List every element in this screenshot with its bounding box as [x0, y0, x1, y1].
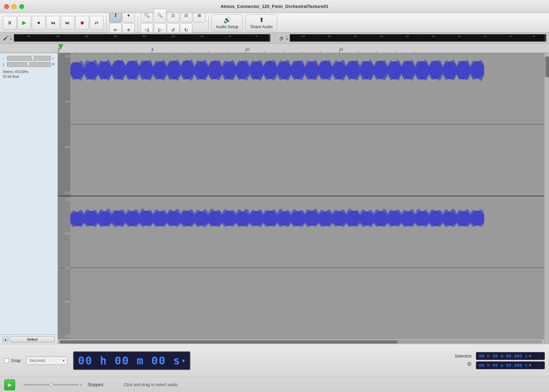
sep2 [138, 16, 138, 30]
selection-time-1: 00 h 00 m 00.000 s ▼ [476, 352, 545, 360]
meters-bar: 🎤 LR -54-48-42-36-24-18-12-60 🔊 LR -54-4… [0, 32, 549, 43]
ch2-label-bot: -0.5 [59, 300, 70, 303]
speaker-meter-icon: 🔊 [279, 35, 285, 41]
status-hint: Click and drag to select audio [123, 382, 178, 387]
stop-button[interactable]: ■ [32, 16, 46, 30]
horizontal-scrollbar[interactable] [58, 339, 544, 344]
waveform-scroll[interactable]: 0.5 0.0 -0.5 -1.0 [58, 53, 544, 339]
main-toolbar: ⏸ ▶ ■ ⏮ ⏭ ⏺ ⇄ I ✦ ✏ ✳ 🔍 🔍- [0, 13, 549, 32]
ch1-label-top: 0.5 [59, 54, 70, 58]
mic-icon: 🎤 [3, 35, 9, 41]
sel-time-1-arrow[interactable]: ▼ [529, 354, 531, 358]
track-format: Stereo, 44100Hz [3, 70, 55, 74]
ch1-label-btm: -1.0 [59, 191, 70, 194]
play-small-icon: ▶ [8, 382, 12, 388]
snap-area: Snap [4, 358, 21, 363]
main-area: - + L R Stereo, 44100Hz 32-bit float [0, 53, 549, 344]
minimize-button[interactable] [12, 4, 17, 9]
share-audio-button[interactable]: ⬆ Share Audio [246, 14, 277, 31]
collapse-button[interactable]: ▲ [3, 337, 8, 342]
input-meter: 🎤 LR -54-48-42-36-24-18-12-60 [3, 34, 270, 42]
vertical-scrollbar[interactable] [544, 53, 549, 344]
selection-area: Selection ⚙ 00 h 00 m 00.000 s ▼ 00 h 00… [455, 352, 545, 369]
meter-sep [274, 34, 275, 42]
record-button[interactable]: ⏺ [75, 16, 89, 30]
track-panel: - + L R Stereo, 44100Hz 32-bit float [0, 53, 58, 344]
sep3 [208, 16, 209, 30]
sel-time-2-arrow[interactable]: ▼ [529, 363, 531, 367]
audio-setup-label: Audio Setup [216, 24, 238, 29]
ch1-label-mid: 0.0 [59, 100, 70, 103]
waveform-area: 0.5 0.0 -0.5 -1.0 [58, 53, 544, 344]
pan-slider[interactable] [7, 62, 51, 67]
channel-1: 0.5 0.0 -0.5 -1.0 [58, 53, 544, 196]
channel2-waveform [58, 196, 544, 339]
status-bar: Snap Seconds ▾ 00 h 00 m 00 s ▼ Selectio… [0, 344, 549, 392]
selection-gear-icon[interactable]: ⚙ [467, 361, 472, 367]
pan-row: L R [3, 62, 55, 67]
audio-actions: 🔊 Audio Setup ⬆ Share Audio [211, 14, 277, 31]
ch2-label-mid1: 0.5 [59, 232, 70, 235]
skip-back-button[interactable]: ⏮ [46, 16, 60, 30]
volume-slider[interactable] [7, 56, 51, 61]
window-controls [4, 4, 24, 9]
window-title: Atmos_Connector_120_Fmin_OrchestralTextu… [221, 4, 329, 9]
skip-forward-button[interactable]: ⏭ [61, 16, 74, 30]
speaker-icon: 🔊 [223, 16, 231, 24]
selection-label: Selection [455, 354, 472, 359]
speed-track[interactable] [23, 384, 79, 385]
speed-plus: + [80, 383, 82, 387]
sel-time-2-val: 00 h 00 m 00.000 s [479, 363, 528, 368]
status-text: Stopped. [88, 382, 104, 387]
ch2-label-mid: 0.0 [59, 266, 70, 269]
loop-button[interactable]: ⇄ [90, 16, 103, 30]
share-icon: ⬆ [259, 16, 264, 24]
volume-row: - + [3, 56, 55, 61]
zoom-out-button[interactable]: 🔍- [154, 9, 166, 22]
sep1 [106, 16, 107, 30]
output-meter: 🔊 LR -54-48-42-36-30-24-18-12-60 [279, 34, 547, 42]
select-track-button[interactable]: Select [10, 336, 55, 342]
ch1-label-bot: -0.5 [59, 145, 70, 149]
share-audio-label: Share Audio [250, 24, 272, 29]
track-controls: - + L R Stereo, 44100Hz 32-bit float [0, 53, 58, 334]
channel-2: 1.0 0.5 0.0 -0.5 -1.0 [58, 196, 544, 339]
play-button[interactable]: ▶ [17, 16, 31, 30]
close-button[interactable] [4, 4, 9, 9]
ruler-tick-10: 10 [246, 48, 249, 51]
h-scrollbar-thumb[interactable] [59, 340, 398, 343]
time-display: 00 h 00 m 00 s ▼ [73, 351, 190, 370]
pause-button[interactable]: ⏸ [3, 16, 17, 30]
maximize-button[interactable] [19, 4, 24, 9]
channel1-waveform [58, 53, 544, 196]
v-scrollbar-thumb[interactable] [545, 56, 549, 77]
speed-thumb[interactable] [49, 383, 53, 387]
play-small-button[interactable]: ▶ [4, 379, 15, 390]
status-top: Snap Seconds ▾ 00 h 00 m 00 s ▼ Selectio… [0, 344, 549, 377]
selection-time-2: 00 h 00 m 00.000 s ▼ [476, 361, 545, 369]
sel-time-1-val: 00 h 00 m 00.000 s [479, 353, 528, 359]
seconds-label: Seconds [29, 358, 46, 363]
time-value: 00 h 00 m 00 s [78, 354, 181, 367]
v-scrollbar-track [545, 53, 549, 344]
seconds-dropdown[interactable]: Seconds ▾ [26, 357, 68, 365]
vol-minus: - [3, 56, 6, 60]
snap-checkbox[interactable] [4, 358, 9, 363]
speed-slider: - + [21, 383, 82, 387]
audio-setup-button[interactable]: 🔊 Audio Setup [211, 14, 243, 31]
ruler: 0 5 10 15 [0, 43, 549, 53]
ch2-label-top: 1.0 [59, 198, 70, 201]
track-bottom: ▲ Select [0, 334, 58, 344]
status-bottom: ▶ - + Stopped. Click and drag to select … [0, 377, 549, 392]
time-dropdown-arrow[interactable]: ▼ [182, 358, 186, 363]
chevron-down-icon: ▾ [63, 359, 64, 362]
speed-minus: - [21, 383, 22, 387]
transport-controls: ⏸ ▶ ■ ⏮ ⏭ ⏺ ⇄ [3, 16, 103, 30]
ch2-label-btm: -1.0 [59, 334, 70, 338]
ruler-tick-15: 15 [339, 48, 343, 51]
snap-label: Snap [11, 358, 21, 363]
titlebar: Atmos_Connector_120_Fmin_OrchestralTextu… [0, 0, 549, 13]
pan-right: R [52, 63, 55, 66]
vol-plus: + [52, 56, 55, 60]
h-scrollbar-track[interactable] [59, 340, 543, 343]
